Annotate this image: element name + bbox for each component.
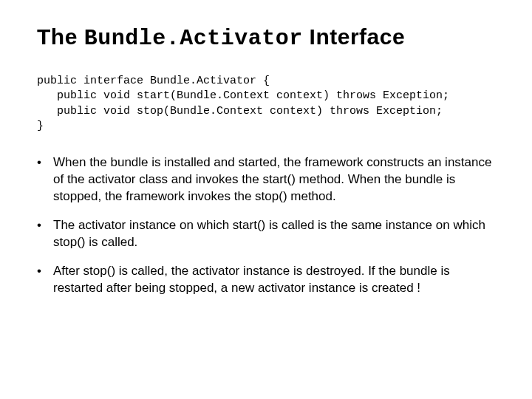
title-suffix: Interface bbox=[303, 24, 405, 49]
list-item: The activator instance on which start() … bbox=[37, 217, 502, 251]
code-line-1: public interface Bundle.Activator { bbox=[37, 75, 270, 87]
code-line-2: public void start(Bundle.Context context… bbox=[37, 89, 449, 102]
code-line-3: public void stop(Bundle.Context context)… bbox=[37, 105, 443, 117]
title-prefix: The bbox=[37, 24, 84, 49]
list-item: After stop() is called, the activator in… bbox=[37, 263, 502, 297]
title-mono: Bundle.Activator bbox=[84, 26, 303, 51]
slide-title: The Bundle.Activator Interface bbox=[37, 22, 502, 53]
bullet-list: When the bundle is installed and started… bbox=[37, 154, 502, 297]
code-line-4: } bbox=[37, 120, 44, 132]
list-item: When the bundle is installed and started… bbox=[37, 154, 502, 205]
code-block: public interface Bundle.Activator { publ… bbox=[37, 74, 502, 134]
